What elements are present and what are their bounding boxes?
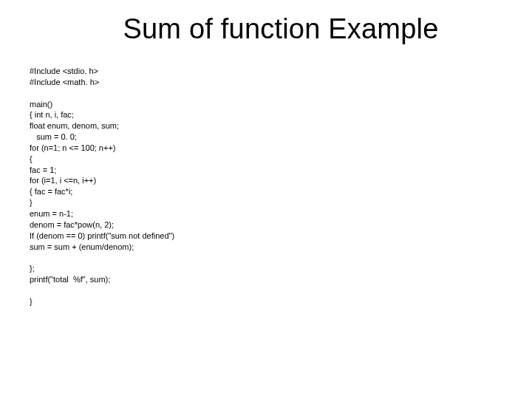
code-block: #Include <stdio. h> #Include <math. h> m… (30, 66, 502, 307)
slide: Sum of function Example #Include <stdio.… (0, 0, 532, 399)
page-title: Sum of function Example (30, 13, 502, 45)
